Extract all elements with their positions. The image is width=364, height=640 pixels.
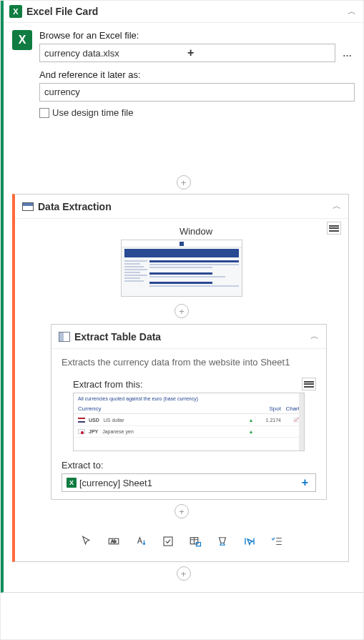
arrow-up-icon: ▲ [242,418,260,423]
col-spot: Spot [260,405,281,412]
window-screenshot-thumbnail[interactable] [121,240,242,297]
collapse-chevron-icon[interactable]: ︿ [333,200,341,212]
extract-to-value: [currency] Sheet1 [79,478,299,488]
table-preview-caption: All currencies quoted against the euro (… [74,393,304,404]
excel-card-header[interactable]: X Excel File Card ︿ [4,1,363,23]
currency-name: Japanese yen [102,429,134,434]
extract-to-label: Extract to: [62,460,316,471]
file-input-row: currency data.xlsx + … [39,44,355,62]
col-chart: Chart [281,405,300,412]
window-section: Window [15,219,348,297]
extract-table-header[interactable]: Extract Table Data ︿ [51,325,326,349]
collapse-chevron-icon[interactable]: ︿ [348,6,356,18]
col-arrow [242,405,260,412]
table-preview-header-row: Currency Spot Chart [74,404,304,414]
extract-table-title: Extract Table Data [74,331,310,343]
extract-table-body: Extracts the currency data from the webs… [51,349,326,499]
extract-to-input[interactable]: X [currency] Sheet1 + [62,473,316,492]
checkbox-icon[interactable] [161,534,175,548]
design-time-checkbox-row[interactable]: Use design time file [39,107,355,118]
add-activity-button[interactable]: + [177,175,191,189]
reference-input[interactable]: currency [39,83,355,102]
window-icon [22,202,34,211]
add-activity-button[interactable]: + [174,304,189,318]
window-menu-button[interactable] [327,222,341,235]
extract-table-description: Extracts the currency data from the webs… [62,356,316,369]
browse-ellipsis-button[interactable]: … [340,48,355,59]
extract-table-data-card: Extract Table Data ︿ Extracts the curren… [51,324,327,500]
activity-toolbar: Ab [15,523,348,554]
design-time-label: Use design time file [52,107,133,118]
data-extraction-title: Data Extraction [38,201,333,212]
currency-code: USD [89,418,99,423]
table-row: JPY Japanese yen ▲ [74,426,304,438]
checklist-icon[interactable] [270,534,284,548]
extract-from-label: Extract from this: [73,379,305,390]
extract-from-menu-button[interactable] [302,378,316,390]
add-activity-button[interactable]: + [177,566,191,581]
file-path-value: currency data.xlsx [44,48,185,59]
browse-label: Browse for an Excel file: [39,30,355,41]
reference-value: currency [44,87,80,97]
excel-card-title: Excel File Card [26,6,348,17]
flag-icon [78,429,85,434]
excel-large-icon: X [12,30,32,50]
spot-value: 1.2174 [260,418,281,423]
add-activity-button[interactable]: + [174,504,189,518]
currency-code: JPY [89,429,98,434]
text-box-icon[interactable]: Ab [107,534,121,548]
flag-icon [78,418,85,423]
excel-icon: X [9,5,22,18]
table-row: USD US dollar ▲ 1.2174 📈 [74,414,304,426]
file-path-input[interactable]: currency data.xlsx + [39,44,335,62]
currency-name: US dollar [104,418,124,423]
table-icon [59,332,70,342]
excel-card-body: X Browse for an Excel file: currency dat… [4,23,363,121]
table-preview-thumbnail[interactable]: All currencies quoted against the euro (… [73,393,305,451]
chart-icon: 📈 [281,417,300,423]
svg-text:Ab: Ab [111,539,117,543]
cursor-bracket-icon[interactable] [242,534,257,548]
table-select-icon[interactable] [188,534,202,548]
extract-to-plus-icon[interactable]: + [299,476,311,489]
data-extraction-body: Window [15,219,348,561]
collapse-chevron-icon[interactable]: ︿ [310,330,319,343]
col-currency: Currency [78,405,242,412]
reference-label: And reference it later as: [39,69,355,80]
svg-rect-2 [164,537,172,546]
data-extraction-header[interactable]: Data Extraction ︿ [15,195,348,219]
excel-sheet-icon: X [67,478,77,488]
excel-file-card: X Excel File Card ︿ X Browse for an Exce… [1,1,363,593]
design-time-checkbox[interactable] [39,108,49,118]
add-file-plus-icon[interactable]: + [185,46,330,59]
cursor-icon[interactable] [79,534,94,548]
extract-from-block: Extract from this: All currencies quoted… [62,379,316,451]
window-label: Window [15,226,348,237]
highlighter-icon[interactable] [215,534,230,548]
excel-fields: Browse for an Excel file: currency data.… [39,30,355,121]
data-extraction-card: Data Extraction ︿ Window [12,194,349,562]
arrow-up-icon: ▲ [242,429,260,434]
font-download-icon[interactable] [134,534,148,548]
